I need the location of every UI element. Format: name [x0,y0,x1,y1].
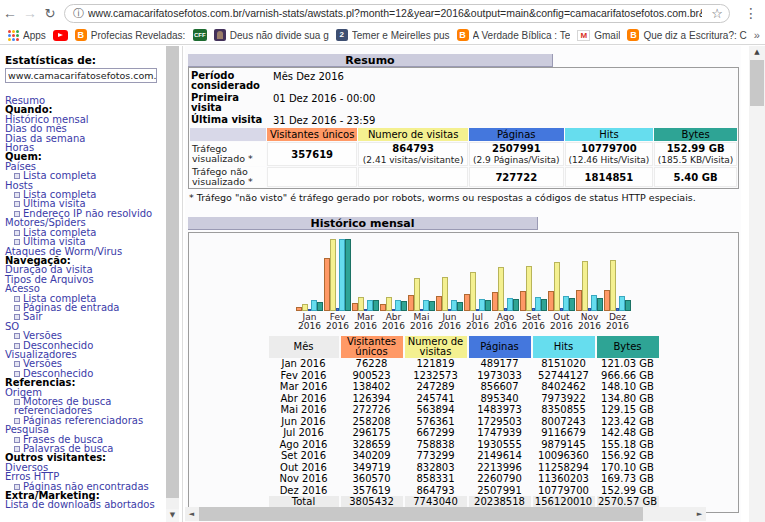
v-scroll-up-arrow[interactable]: ▲ [749,46,765,59]
sidebar-item[interactable]: Motores de busca referenciadores [5,397,164,416]
forward-button[interactable]: → [20,5,40,21]
bookmark-item[interactable]: 2Temer e Meirelles pus [336,29,450,41]
period-row: Última visita31 Dez 2016 - 23:59 [191,114,736,126]
chart-bar [470,272,476,311]
monthly-cell: 667299 [405,427,467,439]
monthly-column-header: Bytes [597,336,659,358]
url-bar[interactable]: ⓘ www.camacarifatosefotos.com.br/varnish… [64,4,730,23]
chart-month-label: Jul2016 [464,311,492,331]
monthly-cell: 2213996 [469,462,531,474]
apps-shortcut[interactable]: Apps [8,30,46,41]
monthly-cell: 1729503 [469,416,531,428]
summary-corner-cell [190,128,266,141]
viewed-bytes: 152.99 GB [667,143,725,154]
monthly-cell: 52744127 [533,370,595,382]
not-viewed-label: Tráfego não visualizado * [190,167,266,187]
monthly-cell: 2260790 [469,473,531,485]
h-scroll-thumb[interactable] [199,507,643,521]
reload-button[interactable]: ↻ [40,6,60,21]
monthly-cell: 1232573 [405,370,467,382]
h-scroll-left-arrow[interactable]: ◄ [185,507,198,521]
bookmark-item[interactable]: Deus não divide sua g [214,29,329,41]
chart-month-label: Jan2016 [296,311,324,331]
submenu-icon [14,333,20,339]
chart-bar [554,262,560,311]
period-value: 01 Dez 2016 - 00:00 [265,92,736,114]
monthly-cell: 10779700 [533,485,595,497]
monthly-table-row: Out 2016349719832803221399611258294170.1… [269,462,659,474]
monthly-cell: 349719 [341,462,403,474]
chart-month-label: Jun2016 [436,311,464,331]
submenu-icon [14,371,20,377]
main-h-scrollbar[interactable]: ◄ ► [185,507,706,521]
chart-bar-group [408,278,436,311]
chart-bar [330,239,336,311]
v-scroll-thumb[interactable] [750,60,764,106]
h-scroll-right-arrow[interactable]: ► [693,507,706,521]
monthly-month-cell: Dez 2016 [269,485,339,497]
column-header: Visitantes únicos [267,128,357,141]
monthly-total-cell: 7743040 [405,496,467,508]
chart-bar [582,261,588,311]
page-v-scrollbar[interactable]: ▲ [749,46,765,522]
sidebar-scroll-thumb[interactable] [166,46,179,498]
viewed-hits: 10779700 [581,143,637,154]
sidebar-item[interactable]: Sair [5,312,164,321]
monthly-cell: 129.15 GB [597,404,659,416]
monthly-cell: 1483973 [469,404,531,416]
blogger-icon: B [75,29,87,41]
bookmark-label: Gmail [594,30,620,41]
monthly-month-cell: Set 2016 [269,450,339,462]
monthly-cell: 170.10 GB [597,462,659,474]
monthly-month-cell: Jul 2016 [269,427,339,439]
submenu-icon [14,305,20,311]
back-button[interactable]: ← [0,5,20,21]
sidebar-scrollbar[interactable]: ▼ [166,46,179,522]
chart-bar [317,302,323,311]
bookmark-item[interactable]: BProfecias Reveladas: C [75,29,186,41]
chart-bar-group [464,272,492,311]
monthly-column-header: Hits [533,336,595,358]
monthly-total-cell: 20238518 [469,496,531,508]
bookmarks-overflow-chevron[interactable]: » [754,29,760,41]
viewed-label: Tráfego visualizado * [190,142,266,166]
url-text[interactable]: www.camacarifatosefotos.com.br/varnish-s… [88,7,702,19]
monthly-month-cell: Abr 2016 [269,393,339,405]
bookmark-star-icon[interactable]: ☆ [708,6,723,21]
monthly-cell: 134.80 GB [597,393,659,405]
period-row: Primeira visita01 Dez 2016 - 00:00 [191,92,736,114]
monthly-month-cell: Jan 2016 [269,358,339,370]
chart-bar [610,260,616,311]
sidebar-scroll-down-arrow[interactable]: ▼ [166,509,179,522]
monthly-cell: 123.42 GB [597,416,659,428]
monthly-cell: 360570 [341,473,403,485]
monthly-cell: 9116679 [533,427,595,439]
bookmark-item[interactable] [53,30,68,41]
summary-table: Visitantes únicosNumero de visitasPágina… [189,127,738,188]
bookmark-item[interactable]: MGmail [577,30,620,41]
monthly-cell: 966.66 GB [597,370,659,382]
cff-icon: CFF [193,29,207,41]
bookmark-item[interactable]: BQue diz a Escritura?: C [627,29,746,41]
monthly-history-box: Jan2016Fev2016Mar2016Abr2016Mai2016Jun20… [188,232,739,513]
page-info-icon[interactable]: ⓘ [73,6,84,21]
monthly-title-bar: Histórico mensal [188,217,538,230]
summary-title-bar: Resumo [188,54,553,67]
monthly-table-row: Set 2016340209773299214961410096360156.9… [269,450,659,462]
chart-bar [442,277,448,311]
summary-footnote: * Tráfego "não visto" é tráfego gerado p… [189,192,741,203]
summary-box: Período consideradoMês Dez 2016Primeira … [188,67,739,189]
monthly-cell: 895340 [469,393,531,405]
sidebar-item[interactable]: Lista de downloads abortados [5,500,164,509]
bookmark-item[interactable]: BA Verdade Bíblica : Te [457,29,571,41]
bookmark-item[interactable]: CFF [193,29,207,41]
monthly-cell: 169.73 GB [597,473,659,485]
browser-menu-icon[interactable]: ⋮ [744,5,758,21]
submenu-icon [14,296,20,302]
monthly-column-header: Numero de visitas [405,336,467,358]
chart-bar-group [492,267,520,311]
monthly-cell: 576361 [405,416,467,428]
chart-bar [401,301,407,311]
submenu-icon [14,173,20,179]
chart-bar [498,267,504,311]
